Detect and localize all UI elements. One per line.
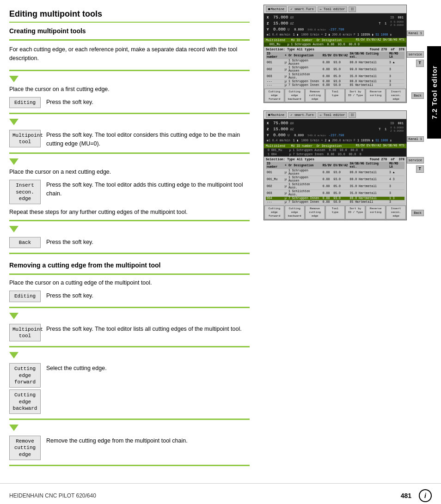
arrow-5 [9,313,18,319]
screen1-coords: X 75.000 ΔX ID 001 Z 15.000 ΔZ T 1 X 0.0… [264,13,406,38]
kanal-label-1: Kanal 1 [407,30,424,36]
btn-remove-cutting[interactable]: Removecutting edge [305,89,325,102]
screen2-toollist: Selection: Type All types found 278 of 3… [264,157,406,205]
step-insert: Insert secon. edge Press the soft key. T… [9,180,250,204]
remove-step3-desc: Select the cutting edge. [46,363,107,373]
remove-step1-desc: Press the soft key. [46,291,93,300]
smart-turn-btn-2[interactable]: ✓ smart.Turn [288,112,316,118]
repeat-text: Repeat these steps for any further cutti… [9,209,250,215]
step1-desc: Press the soft key. [46,97,93,107]
t-btn-2[interactable]: T [416,165,424,173]
multipoint-key[interactable]: Multipoint tool [9,130,41,148]
page-title: Editing multipoint tools [9,9,250,23]
t-btn-1[interactable]: T [416,60,424,67]
machine-btn-2[interactable]: ■ Machine [266,112,287,118]
back-key[interactable]: Back [9,237,41,248]
step-editing: Editing Press the soft key. [9,97,250,108]
btn-reverse-sort[interactable]: Reversesorting [366,89,386,102]
step-remove-cutting: Remove cutting edge Remove the cutting e… [9,436,250,460]
divider-8 [9,307,250,308]
remove-editing-key[interactable]: Editing [9,291,41,302]
remove-step5-desc: Remove the cutting edge from the multipo… [46,436,188,445]
divider-3 [9,113,250,114]
divider-6 [9,253,250,254]
btn-insert-secon[interactable]: Insertsecon. edge [386,89,406,102]
tool-editor-btn[interactable]: ✏ Tool editor [318,6,348,12]
btn-remove-cutting-2[interactable]: Removecutting edge [305,206,325,219]
btn-sort-id[interactable]: Sort byID / Type [345,89,365,102]
screen2-coords: X 75.000 ΔX ID 001 Z 15.000 ΔZ T 1 X 0.0… [264,119,406,144]
step-remove-editing: Editing Press the soft key. [9,291,250,302]
step-remove-multipoint: Multipoint tool Press the soft key. The … [9,324,250,342]
btn-reverse-sort-2[interactable]: Reversesorting [366,206,386,219]
arrow-1 [9,76,18,82]
left-column: Editing multipoint tools Creating multip… [0,0,259,504]
machine-btn[interactable]: ■ Machine [266,6,287,12]
divider-11 [9,465,250,466]
step3-place: Place the cursor on a next cutting edge. [9,169,250,175]
smart-turn-btn[interactable]: ✓ smart.Turn [288,6,316,12]
screen1-btns: Cutting edgeforward Cutting edgebackward… [264,88,406,103]
back-btn-1[interactable]: Back [411,92,424,99]
remove-step2-desc: Press the soft key. The tool editor list… [46,324,242,334]
insert-key[interactable]: Insert secon. edge [9,180,41,204]
screen1-toollist: Selection: Type All types found 278 of 3… [264,47,406,88]
side-tab: 7.2 Tool editor [427,46,441,139]
screen2-icon-btn[interactable]: ☷ [349,112,356,118]
screen1-icon-btn[interactable]: ☷ [349,6,356,12]
arrow-3 [9,158,18,165]
divider-9 [9,346,250,347]
right-column: ■ Machine ✓ smart.Turn ✏ Tool editor ☷ X… [259,0,425,504]
screen2-btns: Cutting edgeforward Cutting edgebackward… [264,205,406,219]
screen2-multiblend: Multiblend MU ID number Or Designation R… [264,144,406,148]
step2-desc: Press the soft key. The tool editor cons… [46,130,250,148]
step4-desc: Press the soft key. [46,237,93,247]
btn-sort-id-2[interactable]: Sort byID / Type [345,206,365,219]
intro-text: For each cutting edge, or each reference… [9,45,250,63]
page-number: 481 [401,492,411,499]
kanal-label-2: Kanal 1 [407,136,424,142]
editing-key[interactable]: Editing [9,97,41,108]
step-cutting-forward: Cutting edge forward Cutting edge backwa… [9,363,250,414]
cutting-edge-backward-key[interactable]: Cutting edge backward [9,389,41,414]
remove-place: Place the cursor on a cutting edge of th… [9,279,250,286]
step-back: Back Press the soft key. [9,237,250,248]
btn-cutting-backward-2[interactable]: Cutting edgebackward [285,206,305,219]
screen2-topbar: ■ Machine ✓ smart.Turn ✏ Tool editor ☷ [264,111,406,119]
step1-place: Place the cursor on a first cutting edge… [9,86,250,92]
arrow-6 [9,352,18,358]
remove-cutting-key[interactable]: Remove cutting edge [9,436,41,460]
divider-1 [9,39,250,41]
remove-multipoint-key[interactable]: Multipoint tool [9,324,41,342]
publisher: HEIDENHAIN CNC PILOT 620/640 [9,492,96,499]
bottom-bar: HEIDENHAIN CNC PILOT 620/640 481 i [0,483,441,504]
divider-4 [9,152,250,154]
info-icon: i [419,489,432,502]
screen2: ■ Machine ✓ smart.Turn ✏ Tool editor ☷ X… [263,110,407,220]
btn-cutting-forward-2[interactable]: Cutting edgeforward [264,206,284,219]
btn-cutting-forward[interactable]: Cutting edgeforward [264,89,284,102]
tool-editor-btn-2[interactable]: ✏ Tool editor [318,112,348,118]
arrow-2 [9,119,18,125]
service-btn-2[interactable]: service [407,157,424,164]
screen1-topbar: ■ Machine ✓ smart.Turn ✏ Tool editor ☷ [264,5,406,13]
divider-7 [9,273,250,275]
section1-title: Creating multipoint tools [9,27,250,35]
divider-10 [9,419,250,420]
arrow-7 [9,425,18,431]
section2-title: Removing a cutting edge from the multipo… [9,261,250,269]
divider-2 [9,70,250,71]
divider-5 [9,220,250,221]
arrow-4 [9,226,18,232]
btn-insert-secon-2[interactable]: Insertsecon. edge [386,206,406,219]
screen1: ■ Machine ✓ smart.Turn ✏ Tool editor ☷ X… [263,5,407,103]
btn-tool-type[interactable]: Tooltype [325,89,345,102]
back-btn-2[interactable]: Back [411,210,424,216]
service-btn-1[interactable]: service [407,51,424,58]
btn-tool-type-2[interactable]: Tooltype [325,206,345,219]
bottom-right: 481 i [401,489,432,502]
step3-desc: Press the soft key. The tool editor adds… [46,180,250,198]
step-multipoint: Multipoint tool Press the soft key. The … [9,130,250,148]
cutting-edge-forward-key[interactable]: Cutting edge forward [9,363,41,388]
btn-cutting-backward[interactable]: Cutting edgebackward [285,89,305,102]
